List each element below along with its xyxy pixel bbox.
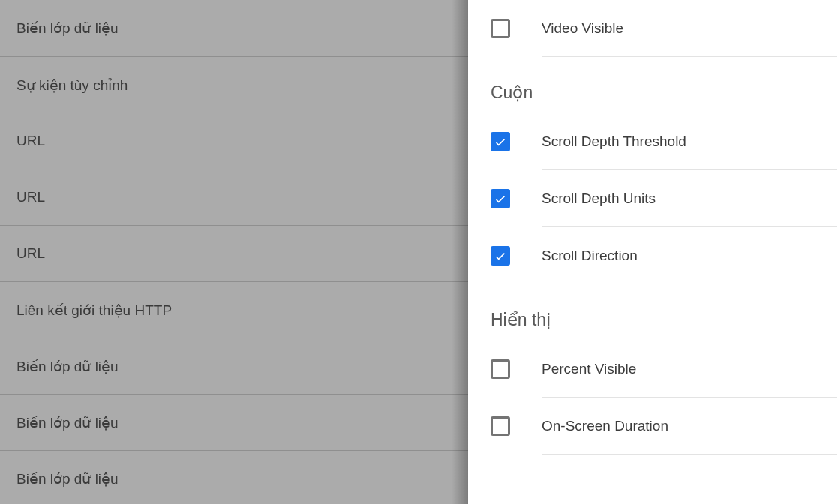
right-sidebar: Video Visible Cuộn Scroll Depth Threshol… <box>468 0 837 504</box>
checkbox-scroll-depth-threshold[interactable] <box>490 132 510 152</box>
checkbox-label: Video Visible <box>542 20 623 37</box>
table-row[interactable]: URL <box>0 170 468 226</box>
checkbox-video-visible[interactable] <box>490 19 510 38</box>
label-wrap: Video Visible <box>542 0 837 57</box>
table-row[interactable]: Liên kết giới thiệu HTTP <box>0 282 468 338</box>
label-wrap: On-Screen Duration <box>542 398 837 454</box>
table-row[interactable]: Biến lớp dữ liệu <box>0 451 468 504</box>
label-wrap: Scroll Depth Threshold <box>542 113 837 170</box>
table-row[interactable]: Biến lớp dữ liệu <box>0 0 468 57</box>
variable-row-video-visible: Video Visible <box>490 0 837 57</box>
row-label: Biến lớp dữ liệu <box>16 358 118 375</box>
variable-row-scroll-depth-threshold: Scroll Depth Threshold <box>490 113 837 170</box>
checkbox-label: Percent Visible <box>542 361 636 377</box>
section-heading-scroll: Cuộn <box>490 57 837 113</box>
label-wrap: Scroll Depth Units <box>542 170 837 227</box>
checkbox-label: Scroll Direction <box>542 248 638 264</box>
row-label: Biến lớp dữ liệu <box>16 20 118 37</box>
variable-row-percent-visible: Percent Visible <box>490 340 837 398</box>
table-row[interactable]: Sự kiện tùy chỉnh <box>0 57 468 113</box>
checkbox-label: Scroll Depth Threshold <box>542 134 686 150</box>
label-wrap: Percent Visible <box>542 340 837 398</box>
row-label: Liên kết giới thiệu HTTP <box>16 302 172 319</box>
check-icon <box>494 135 507 148</box>
variable-row-on-screen-duration: On-Screen Duration <box>490 398 837 454</box>
row-label: Sự kiện tùy chỉnh <box>16 76 128 94</box>
check-icon <box>494 249 507 262</box>
row-label: Biến lớp dữ liệu <box>16 470 118 488</box>
checkbox-label: Scroll Depth Units <box>542 190 656 207</box>
variable-row-scroll-depth-units: Scroll Depth Units <box>490 170 837 227</box>
row-label: Biến lớp dữ liệu <box>16 414 118 431</box>
checkbox-scroll-direction[interactable] <box>490 246 510 266</box>
table-row[interactable]: Biến lớp dữ liệu <box>0 394 468 451</box>
label-wrap: Scroll Direction <box>542 227 837 284</box>
variable-row-scroll-direction: Scroll Direction <box>490 227 837 284</box>
table-row[interactable]: URL <box>0 113 468 170</box>
check-icon <box>494 192 507 206</box>
checkbox-label: On-Screen Duration <box>542 418 668 434</box>
checkbox-percent-visible[interactable] <box>490 359 510 379</box>
checkbox-on-screen-duration[interactable] <box>490 416 510 436</box>
row-label: URL <box>16 133 45 149</box>
checkbox-scroll-depth-units[interactable] <box>490 189 510 208</box>
section-heading-visibility: Hiển thị <box>490 284 837 340</box>
table-row[interactable]: Biến lớp dữ liệu <box>0 338 468 394</box>
row-label: URL <box>16 189 45 206</box>
left-column: Biến lớp dữ liệu Sự kiện tùy chỉnh URL U… <box>0 0 468 504</box>
table-row[interactable]: URL <box>0 226 468 282</box>
row-label: URL <box>16 245 45 262</box>
